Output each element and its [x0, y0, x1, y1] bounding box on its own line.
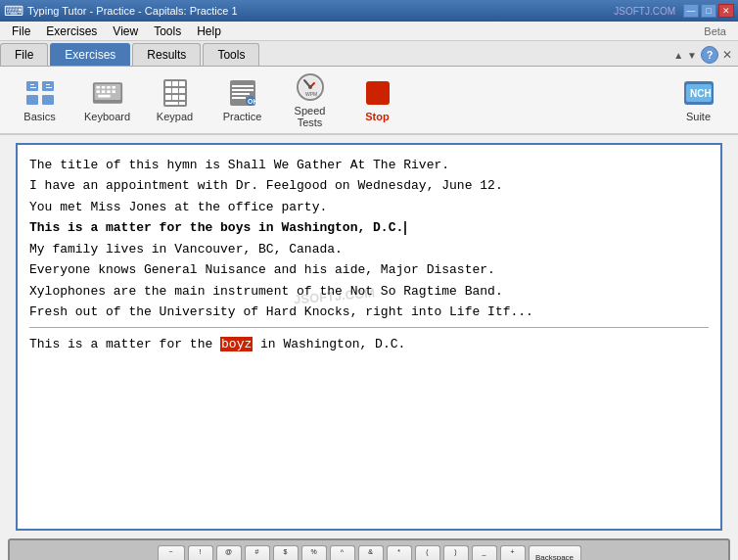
key-0[interactable]: )0 — [443, 545, 469, 560]
svg-rect-22 — [179, 81, 185, 86]
practice-highlight: boyz — [220, 337, 253, 351]
keypad-icon — [160, 77, 191, 109]
key-9[interactable]: (9 — [415, 545, 440, 560]
svg-rect-10 — [96, 86, 100, 89]
maximize-button[interactable]: □ — [701, 4, 716, 18]
menu-tools[interactable]: Tools — [146, 23, 189, 40]
svg-rect-5 — [30, 87, 36, 88]
key-plus[interactable]: += — [500, 545, 526, 560]
svg-text:OK: OK — [248, 98, 258, 105]
text-line-5: My family lives in Vancouver, BC, Canada… — [29, 239, 709, 259]
practice-before: This is a matter for the — [29, 337, 220, 351]
text-line-1: The title of this hymn is Shall We Gathe… — [29, 155, 709, 175]
keyboard-icon — [92, 77, 123, 109]
svg-rect-27 — [172, 95, 178, 100]
key-8[interactable]: *8 — [387, 545, 412, 560]
svg-rect-0 — [26, 81, 38, 91]
svg-text:WPM: WPM — [305, 91, 317, 97]
toolbar-suite[interactable]: NCH Suite — [667, 70, 730, 130]
svg-rect-13 — [112, 86, 115, 89]
menu-exercises[interactable]: Exercises — [38, 23, 105, 40]
svg-rect-24 — [172, 88, 178, 93]
basics-label: Basics — [23, 111, 55, 122]
keypad-label: Keypad — [157, 111, 193, 122]
key-6[interactable]: ^6 — [330, 545, 355, 560]
svg-rect-18 — [98, 95, 110, 98]
tab-right-controls: ▲ ▼ ? ✕ — [668, 44, 738, 66]
text-line-6: Everyone knows General Nuisance and his … — [29, 259, 709, 280]
svg-point-42 — [308, 85, 312, 89]
suite-label: Suite — [686, 111, 711, 122]
close-tab-icon[interactable]: ✕ — [722, 48, 732, 62]
practice-label: Practice — [223, 111, 262, 122]
svg-text:NCH: NCH — [690, 88, 712, 99]
key-backspace[interactable]: Backspace — [529, 545, 581, 560]
key-3[interactable]: #3 — [245, 545, 270, 560]
svg-rect-4 — [30, 84, 34, 85]
svg-rect-12 — [107, 86, 111, 89]
help-button[interactable]: ? — [701, 46, 718, 64]
text-line-2: I have an appointment with Dr. Feelgood … — [29, 175, 709, 196]
svg-rect-33 — [232, 89, 254, 91]
toolbar-speed-tests[interactable]: WPM Speed Tests — [278, 70, 342, 130]
toolbar-keypad[interactable]: Keypad — [143, 70, 207, 130]
svg-rect-32 — [232, 85, 254, 87]
svg-rect-17 — [112, 90, 115, 93]
svg-rect-15 — [101, 90, 105, 93]
svg-rect-3 — [42, 95, 54, 105]
toolbar-stop[interactable]: Stop — [346, 70, 409, 130]
menu-help[interactable]: Help — [189, 23, 229, 40]
svg-rect-30 — [179, 102, 185, 105]
tab-file[interactable]: File — [0, 43, 48, 66]
svg-rect-34 — [232, 93, 250, 95]
practice-after: in Washington, D.C. — [253, 337, 405, 351]
svg-rect-7 — [46, 87, 52, 88]
basics-icon — [24, 77, 56, 109]
main-content: The title of this hymn is Shall We Gathe… — [0, 135, 738, 538]
minimize-button[interactable]: — — [683, 4, 699, 18]
stop-label: Stop — [365, 111, 389, 122]
key-1[interactable]: !1 — [188, 545, 213, 560]
tab-scroll-up-icon[interactable]: ▲ — [673, 50, 683, 61]
text-display: The title of this hymn is Shall We Gathe… — [16, 143, 722, 531]
menu-view[interactable]: View — [105, 23, 146, 40]
key-4[interactable]: $4 — [273, 545, 299, 560]
stop-icon — [362, 77, 393, 109]
beta-label: Beta — [696, 23, 734, 39]
keyboard-row-1: ~` !1 @2 #3 $4 %5 ^6 &7 *8 (9 )0 — [16, 545, 722, 560]
svg-rect-44 — [366, 81, 390, 105]
svg-rect-16 — [107, 90, 111, 93]
svg-rect-29 — [165, 102, 178, 105]
tab-exercises[interactable]: Exercises — [50, 43, 130, 66]
toolbar: Basics Keyboard — [0, 67, 738, 135]
key-7[interactable]: &7 — [358, 545, 384, 560]
text-line-3: You met Miss Jones at the office party. — [29, 197, 709, 217]
close-button[interactable]: ✕ — [718, 4, 734, 18]
key-minus[interactable]: _- — [472, 545, 497, 560]
toolbar-basics[interactable]: Basics — [8, 70, 71, 130]
tabbar: File Exercises Results Tools ▲ ▼ ? ✕ — [0, 41, 738, 67]
keyboard-label: Keyboard — [84, 111, 130, 122]
svg-rect-20 — [165, 81, 171, 86]
svg-rect-6 — [46, 84, 50, 85]
svg-rect-25 — [179, 88, 185, 93]
svg-rect-26 — [165, 95, 171, 100]
key-tilde[interactable]: ~` — [158, 545, 185, 560]
practice-icon: OK — [227, 77, 258, 109]
menu-file[interactable]: File — [4, 23, 38, 40]
keyboard-area: ~` !1 @2 #3 $4 %5 ^6 &7 *8 (9 )0 — [8, 538, 730, 560]
window-title: Typing Tutor - Practice - Capitals: Prac… — [27, 5, 614, 17]
tab-tools[interactable]: Tools — [203, 43, 259, 66]
svg-rect-1 — [42, 81, 54, 91]
key-2[interactable]: @2 — [216, 545, 242, 560]
tab-scroll-down-icon[interactable]: ▼ — [687, 50, 697, 61]
toolbar-practice[interactable]: OK Practice — [210, 70, 274, 130]
tab-results[interactable]: Results — [132, 43, 201, 66]
speed-tests-label: Speed Tests — [282, 105, 338, 128]
toolbar-keyboard[interactable]: Keyboard — [75, 70, 139, 130]
key-5[interactable]: %5 — [301, 545, 327, 560]
suite-icon: NCH — [683, 77, 715, 109]
svg-rect-35 — [232, 97, 246, 99]
menubar: File Exercises View Tools Help Beta — [0, 22, 738, 41]
svg-rect-28 — [179, 95, 185, 100]
